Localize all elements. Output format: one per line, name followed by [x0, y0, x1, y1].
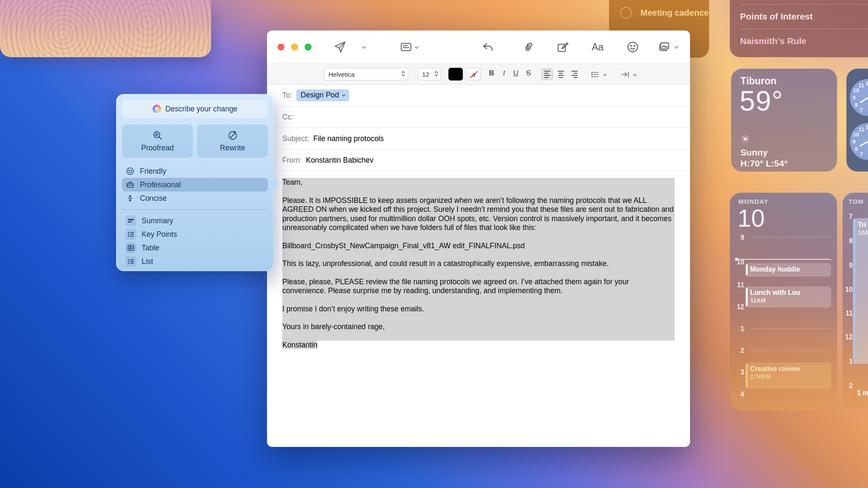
world-clock-widget[interactable]: 12 11 10 9 8 7 12 11 10 9 8 7 [846, 69, 868, 172]
header-fields-button[interactable] [399, 40, 413, 54]
proofread-magnifier-icon [152, 130, 163, 141]
describe-change-input[interactable]: Describe your change [122, 100, 268, 118]
hour-gridline [750, 328, 831, 329]
rewrite-pencil-icon [227, 130, 238, 141]
note-title: Points of Interest [740, 11, 813, 22]
tone-concise[interactable]: Concise [122, 191, 268, 205]
smiley-icon [125, 166, 135, 176]
indent-chevron-icon[interactable] [632, 72, 638, 78]
align-center-button[interactable] [555, 68, 567, 80]
send-options-chevron-icon[interactable] [361, 44, 367, 50]
stepper-icon[interactable] [401, 70, 405, 78]
photo-widget[interactable] [0, 0, 211, 57]
transform-list[interactable]: List [122, 255, 268, 268]
divider [122, 209, 268, 210]
format-bar: Helvetica 12 a B I U S [267, 64, 690, 85]
signature: Konstantin [282, 341, 317, 349]
key-points-icon [125, 229, 136, 240]
font-size-select[interactable]: 12 [418, 68, 441, 80]
zoom-button[interactable] [305, 44, 312, 50]
markup-button[interactable] [556, 40, 570, 54]
calendar-widget-tomorrow[interactable]: TOM 7 8 9 10 11 12 1 2 Tri 10A 1 m [843, 193, 868, 410]
underline-button[interactable]: U [510, 69, 521, 78]
hour-gridline [750, 237, 831, 238]
list-icon [125, 256, 136, 267]
rewrite-button[interactable]: Rewrite [197, 125, 268, 158]
window-titlebar[interactable]: Aa [267, 30, 690, 64]
sun-icon: ☀ [740, 133, 750, 146]
calendar-day-label: TOM [849, 198, 864, 205]
desktop: Meeting cadence Points of Interest Naism… [0, 0, 868, 488]
calendar-event[interactable]: 1 m [853, 389, 868, 399]
reply-button[interactable] [481, 40, 495, 54]
align-left-button[interactable] [541, 68, 553, 80]
indent-button[interactable] [620, 69, 630, 80]
reminder-title: Meeting cadence [640, 8, 709, 18]
stepper-icon[interactable] [434, 70, 438, 78]
bold-button[interactable]: B [486, 69, 497, 78]
analog-clock: 12 11 10 9 8 7 [850, 123, 868, 160]
transform-key-points[interactable]: Key Points [122, 227, 268, 241]
background-color-button[interactable]: a [467, 68, 481, 80]
close-button[interactable] [278, 44, 284, 50]
photo-browser-button[interactable] [657, 40, 671, 54]
summary-icon [125, 215, 136, 226]
minimize-button[interactable] [291, 44, 298, 50]
transform-summary[interactable]: Summary [122, 214, 268, 227]
recipient-token[interactable]: Design Pod [296, 89, 349, 101]
recipient-chevron-icon [342, 93, 346, 97]
calendar-event[interactable]: Creative review 2:30PM [745, 363, 831, 389]
calendar-widget-today[interactable]: MONDAY 10 9 10 11 12 1 2 3 4 Monday hudd… [730, 193, 837, 410]
briefcase-icon [125, 180, 135, 189]
format-button[interactable]: Aa [592, 42, 604, 53]
list-style-button[interactable] [590, 69, 600, 80]
reminder-checkbox-icon[interactable] [620, 7, 632, 19]
tone-professional[interactable]: Professional [122, 178, 268, 191]
reminder-item[interactable]: Meeting cadence [620, 7, 709, 19]
weather-widget[interactable]: Tiburon 59° ☀ Sunny H:70° L:54° [731, 69, 837, 172]
list-style-chevron-icon[interactable] [602, 72, 608, 78]
clock-hand [859, 141, 868, 147]
mail-compose-window: Aa Helvetica 12 [267, 30, 690, 447]
transform-table[interactable]: Table [122, 241, 268, 255]
calendar-date: 10 [737, 204, 765, 232]
selected-text-block: Team, Please. It is IMPOSSIBLE to keep a… [282, 178, 675, 341]
compress-icon [125, 194, 135, 203]
italic-button[interactable]: I [498, 69, 509, 78]
attach-button[interactable] [522, 40, 535, 54]
align-right-button[interactable] [568, 68, 580, 80]
cc-field[interactable]: Cc: [267, 106, 690, 128]
text-color-swatch[interactable] [448, 68, 463, 80]
popup-arrow [273, 179, 279, 191]
tone-friendly[interactable]: Friendly [122, 164, 268, 178]
font-family-select[interactable]: Helvetica [324, 68, 408, 80]
note-title: Naismith’s Rule [740, 36, 807, 46]
emoji-button[interactable] [626, 40, 640, 54]
calendar-event[interactable]: Tri 10A [853, 218, 868, 364]
proofread-button[interactable]: Proofread [122, 125, 193, 158]
clock-hand [860, 97, 868, 103]
from-field[interactable]: From: Konstantin Babichev [267, 150, 690, 171]
strikethrough-button[interactable]: S [523, 69, 534, 78]
current-time-indicator [736, 259, 831, 260]
note-item[interactable]: Points of Interest [740, 4, 868, 28]
message-body[interactable]: Team, Please. It is IMPOSSIBLE to keep a… [282, 178, 675, 349]
calendar-event[interactable]: Lunch with Lou 11AM [745, 286, 831, 308]
apple-intelligence-icon [153, 105, 161, 113]
table-icon [125, 242, 136, 253]
notes-widget[interactable]: Points of Interest Naismith’s Rule [730, 0, 868, 57]
analog-clock: 12 11 10 9 8 7 [850, 79, 868, 116]
to-field[interactable]: To: Design Pod [267, 85, 690, 106]
hour-gridline [750, 350, 831, 351]
subject-field[interactable]: Subject: File naming protocols [267, 128, 690, 150]
calendar-event[interactable]: Monday huddle [745, 263, 831, 277]
weather-high-low: H:70° L:54° [740, 158, 787, 169]
note-item[interactable]: Naismith’s Rule [740, 29, 868, 53]
weather-condition: Sunny [740, 147, 768, 158]
send-button[interactable] [333, 40, 347, 54]
writing-tools-popup: Describe your change Proofread Rewrite F… [116, 94, 274, 271]
header-fields-chevron-icon[interactable] [414, 44, 420, 50]
photo-browser-chevron-icon[interactable] [673, 44, 679, 50]
weather-temperature: 59° [740, 85, 783, 117]
